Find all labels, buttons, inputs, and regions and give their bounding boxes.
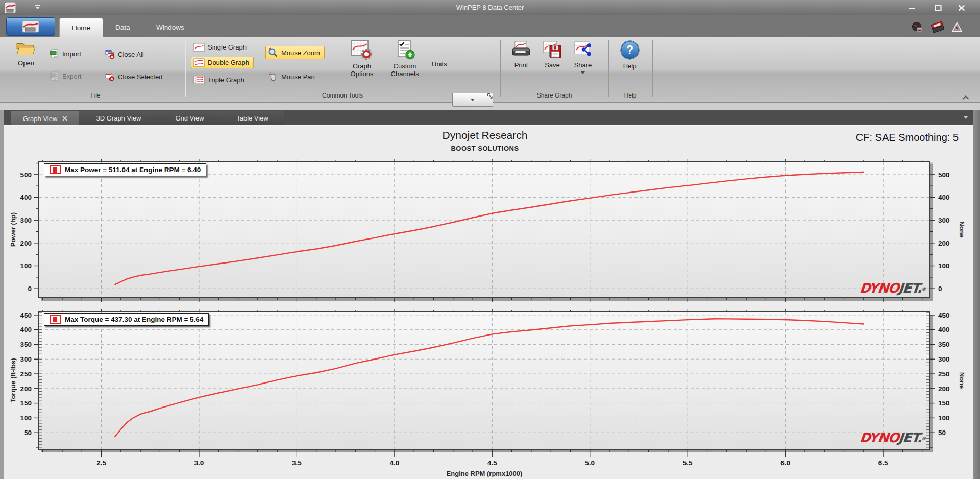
svg-text:Power (hp): Power (hp) <box>10 212 17 247</box>
share-graph-group-label: Share Graph <box>500 92 608 99</box>
torque-chart[interactable]: 2.53.03.54.04.55.05.56.06.55050100100150… <box>10 304 970 479</box>
print-button[interactable]: Print <box>506 40 536 69</box>
svg-text:200: 200 <box>20 385 32 393</box>
export-button[interactable]: Export <box>47 69 86 83</box>
share-button[interactable]: Share <box>568 40 598 74</box>
correction-factor-label: CF: SAE Smoothing: 5 <box>856 132 959 143</box>
import-button[interactable]: Import <box>47 47 86 61</box>
minimize-icon <box>909 5 915 11</box>
svg-text:400: 400 <box>938 194 950 201</box>
single-graph-icon <box>193 43 205 52</box>
graph-title: Dynojet Research <box>0 129 970 141</box>
svg-text:350: 350 <box>938 341 950 348</box>
close-selected-button[interactable]: Close Selected <box>102 69 167 84</box>
ribbon-tab-home[interactable]: Home <box>59 18 103 37</box>
export-label: Export <box>62 73 82 80</box>
power-legend[interactable]: Max Power = 511.04 at Engine RPM = 6.40 <box>44 163 206 176</box>
svg-text:Engine RPM (rpmx1000): Engine RPM (rpmx1000) <box>447 470 523 477</box>
tab-list-dropdown-icon[interactable] <box>964 116 968 119</box>
legend-divider <box>47 165 47 174</box>
single-graph-label: Single Graph <box>208 43 247 51</box>
close-all-icon <box>105 49 115 59</box>
document-tab-strip: Graph View 3D Graph View Grid View Table… <box>4 110 973 125</box>
svg-text:?: ? <box>626 43 633 57</box>
svg-text:3.0: 3.0 <box>194 459 204 467</box>
close-icon <box>958 5 965 11</box>
open-button[interactable]: Open <box>11 41 41 67</box>
power-series-color <box>53 167 57 173</box>
share-icon <box>574 40 592 59</box>
graph-options-button[interactable]: Graph Options <box>345 40 379 78</box>
svg-text:100: 100 <box>938 414 950 422</box>
dialog-launcher-icon[interactable] <box>487 93 493 99</box>
mouse-pan-label: Mouse Pan <box>281 73 315 81</box>
ribbon-tab-data[interactable]: Data <box>103 18 142 37</box>
svg-text:0: 0 <box>28 285 32 293</box>
help-group-label: Help <box>608 92 652 99</box>
minimize-button[interactable] <box>903 3 920 12</box>
gauge-tool-button[interactable] <box>911 20 924 34</box>
torque-series-color <box>53 317 57 322</box>
svg-text:450: 450 <box>20 312 32 319</box>
custom-channels-icon <box>395 40 415 60</box>
collapse-ribbon-chevron-icon[interactable] <box>962 95 970 100</box>
svg-text:250: 250 <box>938 370 950 378</box>
group-divider <box>652 40 653 97</box>
single-graph-button[interactable]: Single Graph <box>191 41 251 54</box>
ribbon-tab-windows[interactable]: Windows <box>144 18 197 37</box>
dynojet-logo-red: DYNO <box>859 430 899 445</box>
help-label: Help <box>623 62 637 70</box>
tab-3d-graph-view[interactable]: 3D Graph View <box>79 111 159 125</box>
svg-text:300: 300 <box>20 217 32 224</box>
dynojet-logo: DYNOJET.® <box>859 431 926 445</box>
tab-grid-view-label: Grid View <box>175 114 204 122</box>
svg-text:350: 350 <box>20 341 32 348</box>
svg-text:300: 300 <box>20 355 32 363</box>
svg-text:0: 0 <box>938 285 942 293</box>
group-divider <box>185 40 185 97</box>
ribbon-tab-home-label: Home <box>72 24 90 32</box>
export-csv-icon <box>50 71 59 81</box>
mouse-zoom-button[interactable]: Mouse Zoom <box>265 46 325 59</box>
double-graph-button[interactable]: Double Graph <box>191 57 254 68</box>
save-floppy-icon <box>543 40 562 59</box>
triple-graph-button[interactable]: Triple Graph <box>191 74 249 86</box>
svg-text:500: 500 <box>20 171 32 179</box>
application-menu-button[interactable] <box>6 17 55 36</box>
mouse-pan-button[interactable]: Mouse Pan <box>265 69 320 84</box>
power-chart[interactable]: 00100100200200300300400400500500Power (h… <box>10 154 970 305</box>
triple-graph-label: Triple Graph <box>208 76 244 84</box>
svg-text:100: 100 <box>20 262 32 270</box>
share-dropdown-arrow-icon <box>581 71 585 74</box>
save-label: Save <box>545 61 560 69</box>
svg-text:200: 200 <box>938 240 950 247</box>
dynojet-logo-dark: JET. <box>897 430 922 445</box>
winpep-logo-icon <box>22 20 39 33</box>
svg-text:200: 200 <box>938 385 950 393</box>
tab-table-view[interactable]: Table View <box>221 111 284 125</box>
tab-3d-graph-view-label: 3D Graph View <box>96 114 141 122</box>
tab-graph-view[interactable]: Graph View <box>11 111 80 126</box>
dynojet-logo-red: DYNO <box>859 280 899 296</box>
tab-grid-view[interactable]: Grid View <box>158 111 222 125</box>
svg-text:2.5: 2.5 <box>96 459 106 467</box>
save-button[interactable]: Save <box>538 40 567 69</box>
graph-subtitle: BOOST SOLUTIONS <box>0 145 970 152</box>
svg-text:Torque (ft-lbs): Torque (ft-lbs) <box>10 358 17 402</box>
help-button[interactable]: ? Help <box>614 40 646 70</box>
torque-legend[interactable]: Max Torque = 437.30 at Engine RPM = 5.64 <box>44 313 209 326</box>
dynojet-logo: DYNOJET.® <box>859 281 926 296</box>
close-selected-label: Close Selected <box>118 73 162 81</box>
maximize-button[interactable] <box>930 3 946 12</box>
close-all-button[interactable]: Close All <box>102 47 149 61</box>
print-icon <box>511 40 531 59</box>
share-label: Share <box>574 61 592 69</box>
close-button[interactable] <box>953 3 970 12</box>
device-tool-button[interactable] <box>931 20 944 34</box>
double-graph-label: Double Graph <box>208 59 249 66</box>
custom-channels-button[interactable]: Custom Channels <box>386 40 424 78</box>
alert-tool-button[interactable] <box>950 20 964 34</box>
torque-series-swatch <box>50 315 61 324</box>
open-label: Open <box>18 59 34 67</box>
tab-close-icon[interactable] <box>62 116 67 121</box>
